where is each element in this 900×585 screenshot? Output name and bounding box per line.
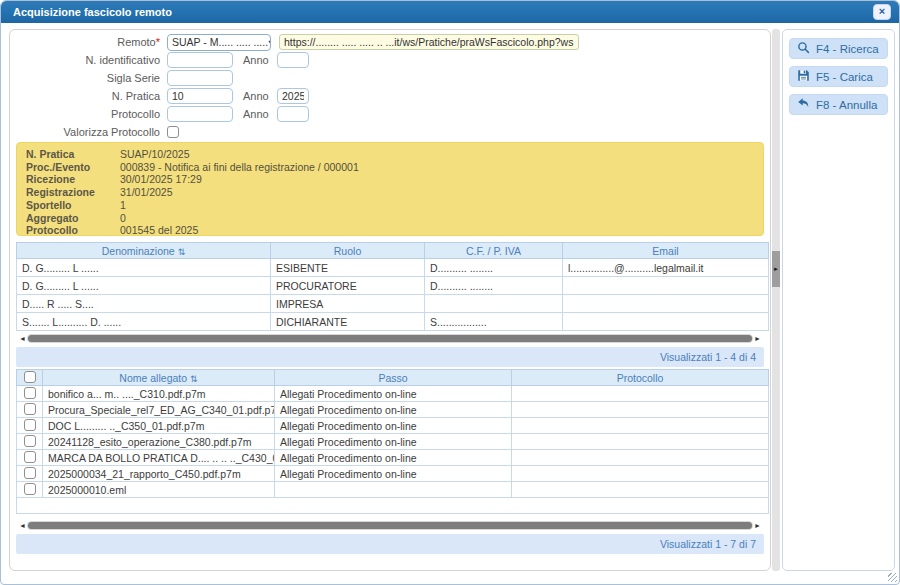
table-row[interactable]: Procura_Speciale_rel7_ED_AG_C340_01.pdf.…: [17, 402, 769, 418]
chevron-down-icon: [268, 36, 271, 48]
dialog-titlebar: Acquisizione fascicolo remoto ×: [1, 1, 899, 23]
form-row-protocollo: Protocollo Anno: [14, 106, 766, 122]
required-marker: *: [156, 36, 160, 48]
main-content-panel: Remoto* SUAP - M..... ..... ..... N. ide…: [9, 29, 771, 571]
attachments-pagination-status: Visualizzati 1 - 7 di 7: [16, 534, 764, 554]
table-row[interactable]: 2025000034_21_rapporto_C450.pdf.p7m Alle…: [17, 466, 769, 482]
row-checkbox[interactable]: [24, 435, 36, 447]
button-label: F8 - Annulla: [816, 99, 877, 111]
n-pratica-anno-input[interactable]: [277, 88, 309, 104]
summary-value: SUAP/10/2025: [120, 148, 189, 161]
column-header-nome-allegato[interactable]: Nome allegato⇅: [43, 370, 275, 386]
button-label: F4 - Ricerca: [816, 43, 879, 55]
table-row[interactable]: 20241128_esito_operazione_C380.pdf.p7m A…: [17, 434, 769, 450]
summary-value: 0: [120, 212, 126, 225]
resize-grip-icon[interactable]: [888, 573, 897, 582]
row-checkbox[interactable]: [24, 419, 36, 431]
f8-annulla-button[interactable]: F8 - Annulla: [789, 94, 888, 115]
summary-label: Aggregato: [26, 212, 120, 225]
table-row[interactable]: S....... L.......... D. ...... DICHIARAN…: [17, 313, 769, 331]
scroll-right-icon[interactable]: ►: [753, 520, 762, 531]
parties-pagination-status: Visualizzati 1 - 4 di 4: [16, 347, 764, 367]
empty-filler-row: [17, 498, 769, 514]
scrollbar-track[interactable]: [27, 521, 753, 530]
column-header-cf-piva: C.F. / P. IVA: [425, 243, 563, 259]
save-icon: [797, 69, 810, 84]
row-checkbox[interactable]: [24, 387, 36, 399]
search-icon: [797, 41, 810, 56]
scroll-right-icon[interactable]: ►: [753, 333, 762, 344]
column-header-ruolo: Ruolo: [271, 243, 425, 259]
attachments-horizontal-scrollbar: ◄ ►: [18, 520, 762, 531]
summary-label: Registrazione: [26, 186, 120, 199]
form-row-sigla-serie: Sigla Serie: [14, 70, 766, 86]
table-row[interactable]: MARCA DA BOLLO PRATICA D.... .. .. .._C4…: [17, 450, 769, 466]
row-checkbox[interactable]: [24, 483, 36, 495]
close-icon[interactable]: ×: [873, 4, 891, 20]
summary-label: Protocollo: [26, 224, 120, 237]
row-checkbox[interactable]: [24, 403, 36, 415]
f5-carica-button[interactable]: F5 - Carica: [789, 66, 888, 87]
table-row[interactable]: DOC L......... .._C350_01.pdf.p7m Allega…: [17, 418, 769, 434]
scrollbar-thumb[interactable]: [28, 335, 752, 342]
valorizza-protocollo-label: Valorizza Protocollo: [14, 126, 160, 138]
select-all-checkbox[interactable]: [24, 371, 36, 383]
summary-value: 31/01/2025: [120, 186, 173, 199]
protocollo-input[interactable]: [167, 106, 233, 122]
pratica-summary-box: N. PraticaSUAP/10/2025 Proc./Evento00083…: [16, 142, 764, 236]
n-pratica-input[interactable]: [167, 88, 233, 104]
form-row-valorizza: Valorizza Protocollo: [14, 124, 766, 140]
anno-label-3: Anno: [243, 108, 271, 120]
f4-ricerca-button[interactable]: F4 - Ricerca: [789, 38, 888, 59]
collapse-arrow-icon: ►: [773, 266, 779, 272]
action-button-panel: F4 - Ricerca F5 - Carica F8 - Annulla: [782, 29, 895, 571]
parties-header-row: Denominazione⇅ Ruolo C.F. / P. IVA Email: [17, 243, 769, 259]
splitter-handle[interactable]: ►: [772, 251, 780, 287]
scroll-left-icon[interactable]: ◄: [18, 333, 27, 344]
select-all-header: [17, 370, 43, 386]
parties-table: Denominazione⇅ Ruolo C.F. / P. IVA Email…: [16, 242, 769, 331]
attachments-header-row: Nome allegato⇅ Passo Protocollo: [17, 370, 769, 386]
summary-label: Proc./Evento: [26, 161, 120, 174]
scrollbar-thumb[interactable]: [28, 522, 752, 529]
remote-url-input[interactable]: [279, 34, 579, 50]
form-row-remoto: Remoto* SUAP - M..... ..... .....: [14, 34, 766, 50]
n-pratica-label: N. Pratica: [14, 90, 160, 102]
protocollo-anno-input[interactable]: [277, 106, 309, 122]
protocollo-label: Protocollo: [14, 108, 160, 120]
form-row-n-pratica: N. Pratica Anno: [14, 88, 766, 104]
dialog-title: Acquisizione fascicolo remoto: [1, 1, 899, 23]
n-identificativo-input[interactable]: [167, 52, 233, 68]
summary-value: 30/01/2025 17:29: [120, 173, 202, 186]
summary-value: 000839 - Notifica ai fini della registra…: [120, 161, 359, 174]
scroll-left-icon[interactable]: ◄: [18, 520, 27, 531]
form-row-identificativo: N. identificativo Anno: [14, 52, 766, 68]
column-header-protocollo: Protocollo: [512, 370, 769, 386]
identificativo-anno-input[interactable]: [277, 52, 309, 68]
button-label: F5 - Carica: [816, 71, 873, 83]
row-checkbox[interactable]: [24, 467, 36, 479]
summary-value: 001545 del 2025: [120, 224, 198, 237]
table-row[interactable]: D..... R ..... S.... IMPRESA: [17, 295, 769, 313]
summary-label: Ricezione: [26, 173, 120, 186]
table-row[interactable]: 2025000010.eml: [17, 482, 769, 498]
column-header-passo: Passo: [275, 370, 512, 386]
anno-label-1: Anno: [243, 54, 271, 66]
column-header-denominazione[interactable]: Denominazione⇅: [17, 243, 271, 259]
scrollbar-track[interactable]: [27, 334, 753, 343]
valorizza-protocollo-checkbox[interactable]: [167, 126, 179, 138]
sort-icon: ⇅: [190, 374, 198, 384]
panel-splitter: ►: [772, 29, 780, 571]
table-row[interactable]: bonifico a... m.. ...._C310.pdf.p7m Alle…: [17, 386, 769, 402]
attachments-table: Nome allegato⇅ Passo Protocollo bonifico…: [16, 369, 769, 514]
row-checkbox[interactable]: [24, 451, 36, 463]
summary-label: N. Pratica: [26, 148, 120, 161]
table-row[interactable]: D. G......... L ...... ESIBENTE D.......…: [17, 259, 769, 277]
anno-label-2: Anno: [243, 90, 271, 102]
remoto-select[interactable]: SUAP - M..... ..... .....: [167, 34, 271, 51]
summary-label: Sportello: [26, 199, 120, 212]
summary-value: 1: [120, 199, 126, 212]
sigla-serie-input[interactable]: [167, 70, 233, 86]
remoto-label: Remoto*: [14, 36, 160, 48]
table-row[interactable]: D. G......... L ...... PROCURATORE D....…: [17, 277, 769, 295]
